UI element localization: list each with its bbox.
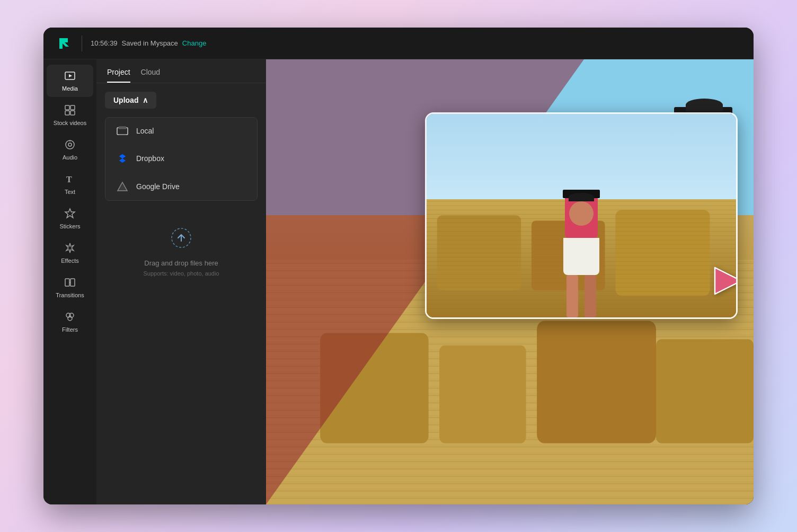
upload-option-local[interactable]: Local — [105, 118, 257, 144]
stickers-icon — [64, 208, 76, 221]
svg-rect-3 — [70, 105, 75, 110]
drag-text: Drag and drop files here — [116, 259, 247, 267]
sidebar-item-audio[interactable]: Audio — [47, 134, 93, 166]
svg-rect-18 — [119, 127, 126, 129]
local-label: Local — [136, 127, 154, 135]
svg-rect-4 — [65, 111, 69, 115]
text-icon: T — [64, 173, 76, 187]
card-inner — [427, 114, 736, 317]
sidebar-item-transitions[interactable]: Transitions — [47, 271, 93, 304]
tab-cloud[interactable]: Cloud — [141, 68, 161, 83]
drag-drop-area[interactable]: Drag and drop files here Supports: video… — [105, 211, 258, 292]
timestamp: 10:56:39 — [91, 39, 118, 47]
upload-option-gdrive[interactable]: Google Drive — [105, 173, 257, 200]
change-link[interactable]: Change — [182, 39, 207, 47]
svg-rect-12 — [70, 279, 75, 286]
svg-marker-10 — [65, 209, 75, 218]
effects-icon — [64, 242, 76, 255]
sidebar-item-stock-videos[interactable]: Stock videos — [47, 99, 93, 131]
main-layout: Media Stock videos — [43, 59, 754, 504]
gdrive-icon — [116, 181, 129, 192]
audio-icon — [64, 139, 76, 152]
sidebar-label-effects: Effects — [61, 258, 78, 264]
gdrive-label: Google Drive — [136, 182, 180, 191]
upload-dropdown: Local Dropbox — [105, 117, 258, 201]
local-icon — [116, 126, 129, 136]
upload-arrow-icon — [116, 227, 247, 253]
sidebar: Media Stock videos — [43, 59, 96, 504]
svg-point-7 — [68, 143, 72, 146]
sidebar-item-effects[interactable]: Effects — [47, 237, 93, 269]
filters-icon — [64, 311, 76, 324]
upload-button[interactable]: Upload ∧ — [105, 92, 156, 109]
sidebar-label-text: Text — [65, 189, 75, 195]
transitions-icon — [64, 277, 76, 290]
cursor-arrow — [710, 262, 738, 302]
sidebar-item-filters[interactable]: Filters — [47, 306, 93, 338]
panel-content: Upload ∧ Local — [96, 83, 266, 504]
stock-videos-icon — [64, 104, 76, 118]
svg-point-6 — [66, 140, 74, 149]
sidebar-label-stickers: Stickers — [59, 223, 80, 229]
title-bar: 10:56:39 Saved in Myspace Change — [43, 28, 754, 59]
tab-project[interactable]: Project — [107, 68, 130, 83]
svg-rect-11 — [65, 279, 69, 286]
saved-text: Saved in Myspace — [122, 39, 178, 47]
svg-marker-37 — [715, 268, 738, 294]
panel: Project Cloud Upload ∧ — [96, 59, 266, 504]
card-person — [563, 184, 600, 226]
upload-option-dropbox[interactable]: Dropbox — [105, 144, 257, 173]
floating-image-card — [425, 112, 738, 319]
panel-tabs: Project Cloud — [96, 59, 266, 83]
svg-rect-5 — [70, 111, 75, 115]
svg-marker-1 — [69, 74, 72, 77]
media-icon — [64, 70, 76, 83]
svg-marker-21 — [118, 182, 127, 191]
sidebar-label-filters: Filters — [62, 326, 78, 333]
svg-rect-2 — [65, 105, 69, 110]
player-area: Player — [266, 59, 754, 504]
title-divider — [82, 36, 82, 51]
dropbox-icon — [116, 153, 129, 164]
title-info: 10:56:39 Saved in Myspace Change — [91, 39, 206, 47]
hay-background — [266, 59, 754, 504]
dropbox-label: Dropbox — [136, 154, 164, 163]
sidebar-label-stock-videos: Stock videos — [54, 120, 86, 126]
sidebar-item-stickers[interactable]: Stickers — [47, 202, 93, 235]
app-window: 10:56:39 Saved in Myspace Change Media — [43, 28, 754, 504]
drag-support-text: Supports: video, photo, audio — [116, 270, 247, 277]
sidebar-label-media: Media — [62, 85, 78, 92]
app-logo — [54, 34, 73, 53]
sidebar-label-transitions: Transitions — [56, 292, 84, 298]
svg-text:T: T — [66, 175, 72, 184]
sidebar-item-media[interactable]: Media — [47, 65, 93, 97]
chevron-up-icon: ∧ — [143, 96, 148, 104]
sidebar-label-audio: Audio — [63, 154, 77, 161]
sidebar-item-text[interactable]: T Text — [47, 168, 93, 200]
